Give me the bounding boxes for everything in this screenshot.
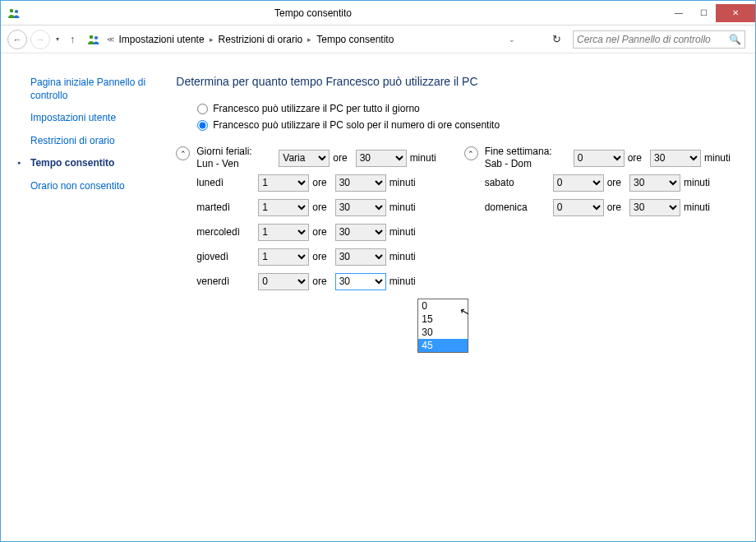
minimize-button[interactable]: ―	[666, 4, 691, 22]
history-caret-icon[interactable]: ▾	[53, 35, 62, 43]
minutes-select[interactable]: 30	[335, 174, 386, 192]
minutes-unit: minuti	[408, 152, 445, 164]
refresh-button[interactable]: ↻	[544, 33, 569, 45]
sidebar-item-user-settings[interactable]: Impostazioni utente	[30, 112, 161, 125]
hours-select[interactable]: 0	[553, 174, 604, 192]
dropdown-option[interactable]: 0	[418, 299, 468, 313]
breadcrumb-icon	[87, 33, 100, 46]
sidebar-item-blocked-time[interactable]: Orario non consentito	[30, 180, 161, 193]
minutes-dropdown-list[interactable]: 0 15 30 45	[417, 299, 468, 353]
collapse-weekend-button[interactable]: ⌃	[464, 146, 478, 160]
address-caret-icon[interactable]: ⌄	[394, 35, 520, 44]
sidebar: Pagina iniziale Pannello di controllo Im…	[1, 53, 161, 541]
day-label: martedì	[176, 202, 258, 213]
breadcrumb-item[interactable]: Restrizioni di orario	[219, 34, 303, 45]
close-button[interactable]: ✕	[716, 4, 755, 22]
title-bar: Tempo consentito ― ☐ ✕	[1, 1, 755, 25]
weekend-hours-select[interactable]: 0	[574, 150, 625, 167]
day-label: domenica	[464, 202, 553, 213]
weekdays-header-label: Giorni feriali: Lun - Ven	[196, 146, 279, 170]
sidebar-item-time-restrictions[interactable]: Restrizioni di orario	[30, 135, 161, 148]
breadcrumb-item[interactable]: Tempo consentito	[316, 34, 394, 45]
sidebar-item-allowed-time[interactable]: Tempo consentito	[30, 157, 161, 170]
hours-select[interactable]: 1	[258, 199, 309, 216]
toolbar: ← → ▾ ↑ ≪ Impostazioni utente ▸ Restrizi…	[1, 25, 755, 53]
radio-all-day-label: Francesco può utilizzare il PC per tutto…	[213, 103, 419, 114]
minutes-select[interactable]: 30	[629, 199, 680, 216]
svg-point-3	[94, 35, 97, 39]
main-panel: Determina per quanto tempo Francesco può…	[161, 53, 755, 541]
weekdays-minutes-select[interactable]: 30	[356, 150, 407, 167]
hours-select[interactable]: 1	[258, 174, 309, 192]
weekend-minutes-select[interactable]: 30	[650, 150, 701, 167]
breadcrumb-item[interactable]: Impostazioni utente	[119, 34, 205, 45]
minutes-select-open[interactable]: 30	[335, 273, 386, 290]
radio-limited[interactable]: Francesco può utilizzare il PC solo per …	[197, 119, 739, 131]
search-box[interactable]: 🔍	[573, 30, 745, 49]
breadcrumb[interactable]: ≪ Impostazioni utente ▸ Restrizioni di o…	[87, 33, 542, 46]
maximize-button[interactable]: ☐	[691, 4, 716, 22]
search-icon: 🔍	[729, 34, 741, 45]
day-label: lunedì	[176, 177, 258, 188]
radio-all-day[interactable]: Francesco può utilizzare il PC per tutto…	[197, 103, 739, 114]
hours-unit: ore	[331, 152, 355, 164]
weekend-header-label: Fine settimana: Sab - Dom	[485, 146, 574, 170]
dropdown-option-highlighted[interactable]: 45	[418, 339, 468, 352]
sidebar-item-home[interactable]: Pagina iniziale Pannello di controllo	[30, 76, 161, 102]
chevron-right-icon: ▸	[302, 35, 316, 44]
minutes-select[interactable]: 30	[335, 248, 386, 266]
forward-button[interactable]: →	[30, 30, 50, 49]
dropdown-option[interactable]: 15	[418, 313, 468, 326]
day-label: giovedì	[176, 251, 258, 262]
window-title: Tempo consentito	[0, 7, 666, 19]
hours-select[interactable]: 0	[553, 199, 604, 216]
dropdown-option[interactable]: 30	[418, 326, 468, 339]
svg-point-2	[89, 35, 93, 39]
up-button[interactable]: ↑	[65, 33, 81, 45]
radio-limited-label: Francesco può utilizzare il PC solo per …	[213, 119, 500, 131]
hours-select[interactable]: 1	[258, 224, 309, 241]
day-label: venerdì	[176, 276, 258, 287]
search-input[interactable]	[577, 34, 729, 45]
breadcrumb-sep-icon: ≪	[102, 35, 119, 44]
radio-limited-input[interactable]	[197, 120, 208, 131]
day-label: mercoledì	[176, 226, 258, 238]
minutes-select[interactable]: 30	[335, 199, 386, 216]
hours-select[interactable]: 1	[258, 248, 309, 266]
minutes-select[interactable]: 30	[629, 174, 680, 192]
minutes-select[interactable]: 30	[335, 224, 386, 241]
chevron-right-icon: ▸	[205, 35, 219, 44]
hours-select[interactable]: 0	[258, 273, 309, 290]
day-label: sabato	[464, 177, 553, 188]
back-button[interactable]: ←	[7, 30, 27, 49]
collapse-weekdays-button[interactable]: ⌃	[176, 146, 190, 160]
weekdays-hours-select[interactable]: Varia	[279, 150, 330, 167]
page-heading: Determina per quanto tempo Francesco può…	[176, 75, 739, 88]
radio-all-day-input[interactable]	[197, 104, 208, 114]
